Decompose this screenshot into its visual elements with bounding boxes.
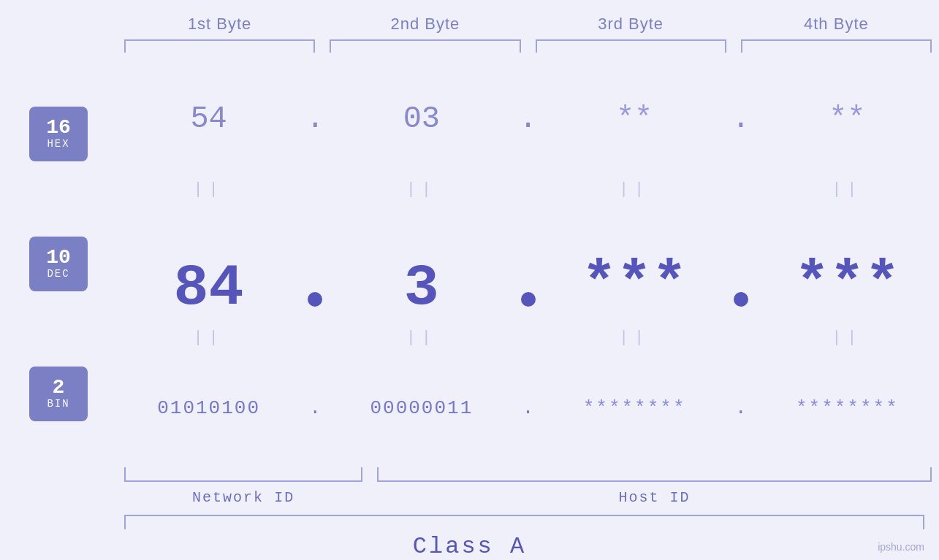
content-area: 16 HEX 10 DEC 2 BIN 54 . 03 . ** . ** — [0, 61, 939, 466]
byte-header-4: 4th Byte — [734, 15, 939, 34]
equals-2-b2: || — [330, 329, 513, 347]
bin-dot-2: . — [514, 397, 543, 419]
bin-b2: 00000011 — [330, 397, 513, 419]
bin-b3: ******** — [543, 397, 726, 419]
bin-b4: ******** — [756, 397, 939, 419]
hex-row: 54 . 03 . ** . ** — [117, 61, 939, 177]
bracket-host — [377, 467, 932, 482]
bin-dot-1: . — [300, 397, 330, 419]
byte-header-2: 2nd Byte — [322, 15, 528, 34]
equals-row-1: || || || || — [117, 177, 939, 202]
equals-1-b1: || — [117, 180, 300, 199]
dec-b2: 3 — [330, 259, 513, 318]
values-grid: 54 . 03 . ** . ** || || || || 84 — [117, 61, 939, 466]
byte-headers: 1st Byte 2nd Byte 3rd Byte 4th Byte — [0, 15, 939, 34]
hex-label: HEX — [47, 138, 69, 150]
top-brackets — [0, 39, 939, 54]
class-bar — [124, 515, 924, 529]
network-id-label: Network ID — [124, 489, 362, 506]
bin-num: 2 — [53, 377, 65, 398]
hex-b4: ** — [756, 101, 939, 137]
dec-dot-3 — [726, 292, 756, 318]
equals-1-b4: || — [756, 180, 939, 199]
bin-b1: 01010100 — [117, 397, 300, 419]
hex-b1: 54 — [117, 101, 300, 137]
dec-b4: *** — [756, 251, 939, 318]
dec-label: DEC — [47, 268, 69, 280]
byte-header-1: 1st Byte — [117, 15, 322, 34]
equals-2-b1: || — [117, 329, 300, 347]
hex-b2: 03 — [330, 101, 513, 137]
id-labels-row: Network ID Host ID — [0, 489, 939, 506]
bracket-4 — [741, 39, 932, 53]
bracket-network — [124, 467, 362, 482]
class-label: Class A — [0, 533, 939, 560]
dec-badge: 10 DEC — [29, 237, 88, 291]
bracket-3 — [536, 39, 726, 53]
main-container: 1st Byte 2nd Byte 3rd Byte 4th Byte 16 H… — [0, 0, 939, 560]
host-id-label: Host ID — [377, 489, 932, 506]
class-bar-container — [0, 515, 939, 529]
footer-text: ipshu.com — [878, 541, 924, 553]
dec-b3: *** — [543, 251, 726, 318]
equals-2-b3: || — [543, 329, 726, 347]
dec-b1: 84 — [117, 259, 300, 318]
bottom-brackets-row — [0, 467, 939, 486]
hex-dot-3: . — [726, 101, 756, 137]
dec-row: 84 3 *** *** — [117, 202, 939, 325]
equals-1-b3: || — [543, 180, 726, 199]
base-labels: 16 HEX 10 DEC 2 BIN — [15, 61, 117, 466]
hex-badge: 16 HEX — [29, 107, 88, 161]
dec-dot-1 — [300, 292, 330, 318]
bin-row: 01010100 . 00000011 . ******** . *******… — [117, 350, 939, 466]
hex-dot-2: . — [514, 101, 543, 137]
hex-dot-1: . — [300, 101, 330, 137]
equals-row-2: || || || || — [117, 325, 939, 350]
hex-num: 16 — [46, 118, 71, 138]
hex-b3: ** — [543, 101, 726, 137]
bin-badge: 2 BIN — [29, 367, 88, 421]
bracket-2 — [330, 39, 520, 53]
equals-1-b2: || — [330, 180, 513, 199]
bracket-1 — [124, 39, 315, 53]
dec-num: 10 — [46, 248, 71, 268]
bin-dot-3: . — [726, 397, 756, 419]
equals-2-b4: || — [756, 329, 939, 347]
byte-header-3: 3rd Byte — [528, 15, 734, 34]
bin-label: BIN — [47, 398, 69, 410]
footer: ipshu.com — [878, 541, 924, 553]
dec-dot-2 — [514, 292, 543, 318]
